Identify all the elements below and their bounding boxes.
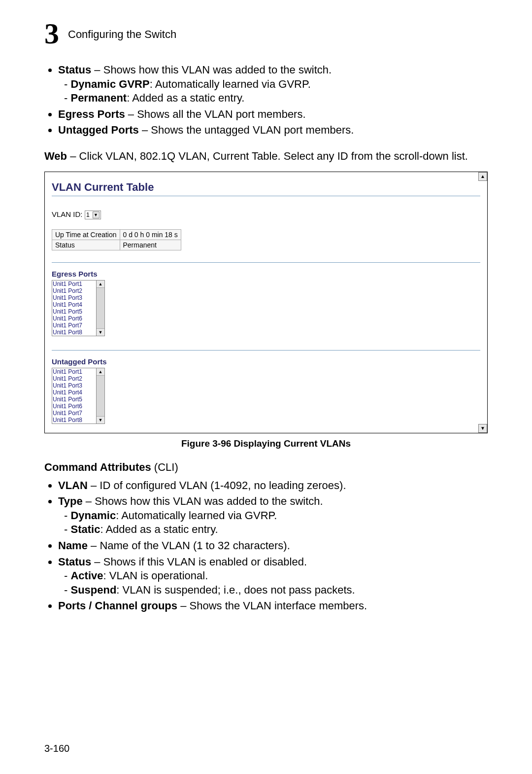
list-item[interactable]: Unit1 Port1	[53, 368, 96, 375]
term: Type	[58, 495, 83, 507]
list-item[interactable]: Unit1 Port4	[53, 389, 96, 396]
desc-egress: – Shows all the VLAN port members.	[125, 108, 306, 120]
scroll-up-button[interactable]: ▲	[478, 172, 487, 181]
desc: – Shows if this VLAN is enabled or disab…	[91, 556, 307, 568]
chapter-number: 3	[44, 19, 59, 48]
untagged-ports-block: Untagged Ports Unit1 Port1 Unit1 Port2 U…	[52, 357, 480, 424]
desc-untagged: – Shows the untagged VLAN port members.	[139, 124, 354, 136]
untagged-ports-list[interactable]: Unit1 Port1 Unit1 Port2 Unit1 Port3 Unit…	[52, 368, 97, 424]
term-egress: Egress Ports	[58, 108, 125, 120]
scroll-down-icon[interactable]: ▼	[97, 328, 104, 336]
list-item[interactable]: Unit1 Port2	[53, 375, 96, 382]
list-item[interactable]: Unit1 Port3	[53, 294, 96, 301]
list-item[interactable]: Unit1 Port8	[53, 329, 96, 336]
sub-term: Active	[70, 569, 103, 582]
sub-dynamic: - Dynamic: Automatically learned via GVR…	[58, 509, 488, 523]
untagged-ports-listbox[interactable]: Unit1 Port1 Unit1 Port2 Unit1 Port3 Unit…	[52, 368, 105, 424]
bullet-egress-ports: Egress Ports – Shows all the VLAN port m…	[58, 107, 488, 122]
list-item[interactable]: Unit1 Port1	[53, 281, 96, 287]
list-item[interactable]: Unit1 Port3	[53, 382, 96, 389]
term-status: Status	[58, 64, 91, 76]
list-item[interactable]: Unit1 Port2	[53, 287, 96, 294]
page: 3 Configuring the Switch Status – Shows …	[0, 0, 532, 774]
vlan-id-label: VLAN ID:	[52, 210, 83, 218]
cli-section-heading: Command Attributes (CLI)	[44, 461, 488, 474]
sub-term: Dynamic GVRP	[70, 78, 149, 90]
scroll-thumb[interactable]	[97, 288, 104, 328]
chevron-down-icon[interactable]: ▼	[93, 211, 100, 218]
scrollbar[interactable]: ▲ ▼	[97, 368, 105, 424]
list-item[interactable]: Unit1 Port8	[53, 417, 96, 423]
chapter-title: Configuring the Switch	[68, 28, 176, 41]
cli-heading-term: Command Attributes	[44, 461, 151, 473]
sub-term: Dynamic	[70, 509, 116, 522]
term: Name	[58, 539, 88, 552]
bullet-type: Type – Shows how this VLAN was added to …	[58, 494, 488, 537]
list-item[interactable]: Unit1 Port5	[53, 308, 96, 315]
kv-key: Status	[52, 240, 120, 250]
desc-status: – Shows how this VLAN was added to the s…	[91, 64, 332, 76]
status-table: Up Time at Creation 0 d 0 h 0 min 18 s S…	[52, 229, 181, 250]
sub-term: Permanent	[70, 92, 127, 104]
egress-ports-block: Egress Ports Unit1 Port1 Unit1 Port2 Uni…	[52, 270, 480, 336]
bullet-status: Status – Shows how this VLAN was added t…	[58, 63, 488, 106]
scroll-up-icon[interactable]: ▲	[97, 281, 104, 288]
list-item[interactable]: Unit1 Port7	[53, 322, 96, 329]
sub-desc: : VLAN is suspended; i.e., does not pass…	[116, 584, 355, 596]
sub-suspend: - Suspend: VLAN is suspended; i.e., does…	[58, 583, 488, 598]
sub-term: Static	[70, 523, 100, 535]
scroll-thumb[interactable]	[97, 376, 104, 416]
term: Status	[58, 556, 91, 568]
cli-heading-rest: (CLI)	[151, 461, 178, 473]
list-item[interactable]: Unit1 Port5	[53, 396, 96, 403]
vlan-id-select[interactable]: 1 ▼	[85, 211, 101, 219]
desc: – Name of the VLAN (1 to 32 characters).	[88, 539, 290, 552]
web-instruction: Web – Click VLAN, 802.1Q VLAN, Current T…	[44, 149, 488, 164]
sub-static: - Static: Added as a static entry.	[58, 523, 488, 537]
egress-ports-listbox[interactable]: Unit1 Port1 Unit1 Port2 Unit1 Port3 Unit…	[52, 280, 105, 336]
bullet-status-cli: Status – Shows if this VLAN is enabled o…	[58, 555, 488, 598]
web-term: Web	[44, 150, 67, 162]
sub-term: Suspend	[70, 584, 116, 596]
sub-dynamic-gvrp: - Dynamic GVRP: Automatically learned vi…	[58, 77, 488, 92]
scrollbar[interactable]: ▲ ▼	[97, 280, 105, 336]
egress-ports-heading: Egress Ports	[52, 270, 480, 278]
scroll-up-icon[interactable]: ▲	[97, 368, 104, 376]
sub-desc: : Added as a static entry.	[100, 523, 218, 535]
cli-bullet-list: VLAN – ID of configured VLAN (1-4092, no…	[44, 479, 488, 613]
vlan-id-value: 1	[86, 211, 90, 218]
bullet-untagged-ports: Untagged Ports – Shows the untagged VLAN…	[58, 123, 488, 138]
sub-active: - Active: VLAN is operational.	[58, 569, 488, 583]
figure-separator	[52, 196, 480, 196]
desc: – ID of configured VLAN (1-4092, no lead…	[88, 479, 346, 492]
term: Ports / Channel groups	[58, 599, 177, 612]
vlan-id-row: VLAN ID: 1 ▼	[52, 210, 480, 219]
sub-desc: : Automatically learned via GVRP.	[150, 78, 311, 90]
figure-frame: ▲ ▼ VLAN Current Table VLAN ID: 1 ▼ Up T…	[44, 172, 488, 433]
desc: – Shows the VLAN interface members.	[177, 599, 367, 612]
top-bullet-list: Status – Shows how this VLAN was added t…	[44, 63, 488, 138]
bullet-vlan: VLAN – ID of configured VLAN (1-4092, no…	[58, 479, 488, 493]
figure-separator	[52, 350, 480, 351]
sub-permanent: - Permanent: Added as a static entry.	[58, 91, 488, 106]
sub-desc: : Automatically learned via GVRP.	[116, 509, 277, 522]
list-item[interactable]: Unit1 Port7	[53, 410, 96, 417]
bullet-name: Name – Name of the VLAN (1 to 32 charact…	[58, 539, 488, 553]
page-number: 3-160	[44, 743, 69, 754]
egress-ports-list[interactable]: Unit1 Port1 Unit1 Port2 Unit1 Port3 Unit…	[52, 280, 97, 336]
scroll-down-button[interactable]: ▼	[478, 424, 487, 433]
list-item[interactable]: Unit1 Port6	[53, 403, 96, 410]
list-item[interactable]: Unit1 Port6	[53, 315, 96, 322]
figure-title: VLAN Current Table	[52, 181, 480, 194]
sub-desc: : VLAN is operational.	[103, 569, 208, 582]
term-untagged: Untagged Ports	[58, 124, 139, 136]
term: VLAN	[58, 479, 88, 492]
kv-value: Permanent	[120, 240, 181, 250]
scroll-down-icon[interactable]: ▼	[97, 416, 104, 423]
kv-key: Up Time at Creation	[52, 229, 120, 240]
list-item[interactable]: Unit1 Port4	[53, 301, 96, 308]
figure-separator	[52, 262, 480, 263]
bullet-ports: Ports / Channel groups – Shows the VLAN …	[58, 599, 488, 613]
chapter-header: 3 Configuring the Switch	[44, 20, 488, 49]
kv-value: 0 d 0 h 0 min 18 s	[120, 229, 181, 240]
